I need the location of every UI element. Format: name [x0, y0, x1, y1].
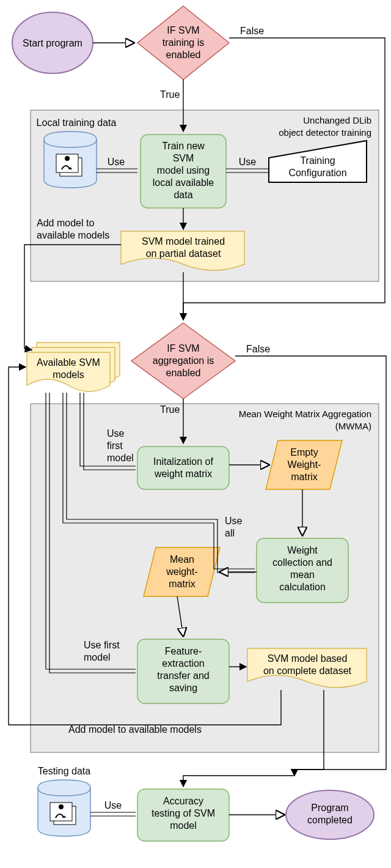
- cfg-l2: Configuration: [288, 168, 346, 178]
- ewm-l2: Weight-: [288, 459, 321, 470]
- avail-l1: Available SVM: [37, 357, 100, 368]
- train-l3: model using: [157, 165, 210, 176]
- lbl-use2: Use: [239, 157, 257, 167]
- group-mwma-label-line2: (MWMA): [335, 421, 371, 431]
- lbl-false2: False: [246, 344, 270, 354]
- wc-l2: collection and: [272, 557, 332, 568]
- lbl-use3: Use: [104, 800, 122, 811]
- fx-l3: transfer and: [157, 670, 209, 681]
- full-l2: on complete dataset: [263, 666, 352, 676]
- dec-train-l1: IF SVM: [167, 25, 199, 35]
- acc-l2: testing of SVM: [152, 808, 215, 818]
- lbl-add1-l1: Add model to: [37, 218, 94, 228]
- fx-l2: extraction: [162, 658, 204, 669]
- initwm-l2: weight matrix: [154, 469, 212, 479]
- initwm-l1: Initalization of: [153, 456, 213, 467]
- node-local-data: [44, 132, 97, 188]
- wc-l1: Weight: [287, 545, 318, 555]
- done-l2: completed: [307, 815, 353, 825]
- train-l2: SVM: [173, 153, 194, 163]
- edge-merge-acc: [183, 776, 294, 787]
- ewm-l1: Empty: [290, 447, 318, 458]
- node-init-wm: [137, 447, 229, 489]
- lbl-add1-l2: available models: [37, 230, 109, 240]
- mwm-l1: Mean: [170, 554, 194, 565]
- local-data-label: Local training data: [37, 117, 117, 128]
- flowchart-canvas: Unchanged DLib object detector training …: [0, 0, 391, 868]
- lbl-usefirst-l3: model: [107, 453, 134, 463]
- partial-l2: on partial dataset: [146, 248, 221, 259]
- fx-l1: Feature-: [165, 646, 202, 656]
- wc-l4: calculation: [279, 582, 326, 592]
- node-testing-data: [38, 780, 90, 836]
- dec-train-l3: enabled: [166, 50, 201, 60]
- cfg-l1: Training: [300, 155, 335, 166]
- mwm-l3: matrix: [169, 579, 196, 589]
- train-l5: data: [174, 190, 192, 200]
- ewm-l3: matrix: [291, 472, 318, 482]
- lbl-add2: Add model to available models: [68, 724, 202, 735]
- fx-l4: saving: [169, 683, 197, 693]
- train-l1: Train new: [162, 141, 205, 151]
- lbl-true2: True: [160, 404, 180, 415]
- dec-agg-l3: enabled: [166, 368, 201, 378]
- dec-agg-l2: aggregation is: [153, 355, 214, 366]
- lbl-use1: Use: [108, 157, 125, 167]
- svg-point-3: [59, 804, 64, 809]
- dec-agg-l1: IF SVM: [167, 343, 199, 354]
- lbl-usefirst2-l2: model: [84, 652, 111, 662]
- lbl-usefirst2-l1: Use first: [84, 640, 120, 650]
- svg-point-1: [65, 156, 70, 161]
- lbl-useall-l1: Use: [225, 516, 243, 526]
- lbl-usefirst-l2: first: [107, 440, 123, 451]
- wc-l3: mean: [290, 569, 315, 580]
- group-mwma-label-line1: Mean Weight Matrix Aggregation: [239, 409, 371, 419]
- lbl-false1: False: [240, 26, 264, 36]
- done-l1: Program: [311, 803, 348, 813]
- avail-l2: models: [53, 369, 84, 380]
- group-training-label-line1: Unchanged DLib: [303, 115, 371, 125]
- lbl-true1: True: [160, 89, 180, 100]
- dec-train-l2: training is: [163, 37, 204, 48]
- node-start-text: Start program: [23, 38, 82, 48]
- acc-l1: Accuracy: [163, 796, 203, 806]
- acc-l3: model: [170, 820, 197, 831]
- partial-l1: SVM model trained: [142, 236, 225, 247]
- testing-data-label: Testing data: [38, 766, 90, 776]
- lbl-usefirst-l1: Use: [107, 428, 125, 439]
- mwm-l2: weight-: [166, 566, 198, 577]
- train-l4: local available: [153, 177, 214, 188]
- full-l1: SVM model based: [268, 653, 348, 664]
- lbl-useall-l2: all: [225, 528, 235, 538]
- group-training-label-line2: object detector training: [279, 127, 371, 138]
